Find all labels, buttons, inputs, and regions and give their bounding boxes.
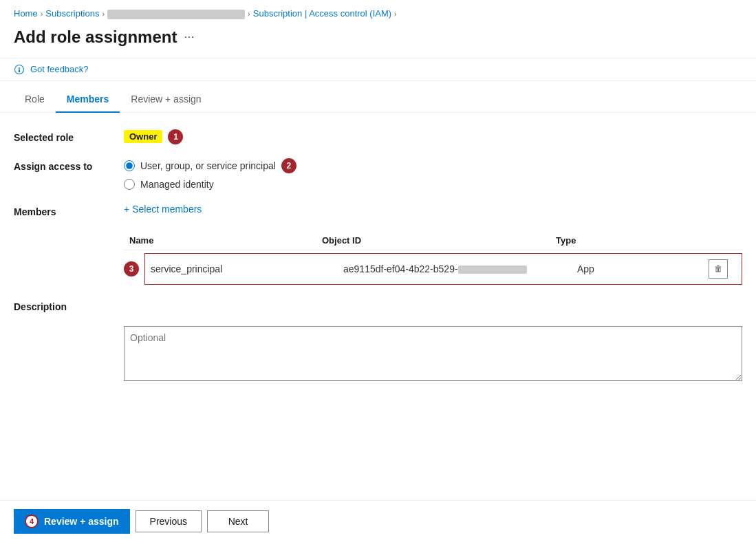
step-2-badge: 2 xyxy=(281,158,296,173)
breadcrumb-chevron-1: › xyxy=(41,10,43,18)
previous-button[interactable]: Previous xyxy=(136,510,202,532)
select-members-link[interactable]: + Select members xyxy=(124,204,202,215)
footer: 4 Review + assign Previous Next xyxy=(0,500,756,542)
tab-review[interactable]: Review + assign xyxy=(120,87,212,113)
radio-managed-identity[interactable]: Managed identity xyxy=(124,179,296,190)
table-row-container: 3 service_principal ae9115df-ef04-4b22-b… xyxy=(124,253,742,285)
step-4-badge: 4 xyxy=(25,514,39,528)
member-name: service_principal xyxy=(151,263,343,274)
members-row: Members + Select members xyxy=(14,204,742,217)
col-header-name: Name xyxy=(129,235,322,246)
tabs-container: Role Members Review + assign xyxy=(0,81,756,113)
assign-access-row: Assign access to User, group, or service… xyxy=(14,158,742,190)
feedback-icon xyxy=(14,64,25,75)
more-options-icon[interactable]: ··· xyxy=(184,30,194,44)
breadcrumb-chevron-3: › xyxy=(248,10,250,18)
table-header: Name Object ID Type xyxy=(124,231,742,250)
feedback-bar[interactable]: Got feedback? xyxy=(0,58,756,81)
radio-user-group-input[interactable] xyxy=(124,160,135,171)
assign-access-label: Assign access to xyxy=(14,158,124,172)
step-1-badge: 1 xyxy=(168,129,183,144)
radio-group: User, group, or service principal 2 Mana… xyxy=(124,158,296,190)
description-row: Description xyxy=(14,299,742,312)
trash-icon xyxy=(713,264,723,274)
review-assign-label: Review + assign xyxy=(44,516,119,527)
select-members-text: Select members xyxy=(132,204,202,215)
feedback-text: Got feedback? xyxy=(30,64,89,74)
members-table: Name Object ID Type 3 service_principal … xyxy=(124,231,742,285)
content-area: Selected role Owner 1 Assign access to U… xyxy=(0,113,756,400)
members-label: Members xyxy=(14,204,124,217)
selected-role-value: Owner 1 xyxy=(124,129,742,144)
page-title: Add role assignment xyxy=(14,28,177,47)
review-assign-button[interactable]: 4 Review + assign xyxy=(14,509,130,534)
delete-member-button[interactable] xyxy=(709,259,728,279)
radio-user-group-label: User, group, or service principal xyxy=(140,160,276,171)
tab-members[interactable]: Members xyxy=(56,87,120,113)
subscription-name-blurred xyxy=(107,10,245,19)
selected-role-row: Selected role Owner 1 xyxy=(14,129,742,144)
selected-role-label: Selected role xyxy=(14,129,124,143)
tab-role[interactable]: Role xyxy=(14,87,56,113)
breadcrumb-chevron-4: › xyxy=(394,10,397,18)
member-object-id: ae9115df-ef04-4b22-b529- xyxy=(343,263,577,274)
select-members-plus: + xyxy=(124,204,129,215)
description-label: Description xyxy=(14,299,124,312)
breadcrumb: Home › Subscriptions › › Subscription | … xyxy=(0,0,756,25)
assign-access-value: User, group, or service principal 2 Mana… xyxy=(124,158,742,190)
breadcrumb-access-control[interactable]: Subscription | Access control (IAM) xyxy=(253,8,391,19)
table-row: service_principal ae9115df-ef04-4b22-b52… xyxy=(144,253,742,285)
breadcrumb-chevron-2: › xyxy=(102,10,105,18)
owner-badge: Owner xyxy=(124,130,162,143)
breadcrumb-home[interactable]: Home xyxy=(14,8,38,19)
breadcrumb-subscription-name[interactable] xyxy=(107,8,245,19)
step-3-badge: 3 xyxy=(124,261,139,277)
radio-managed-identity-input[interactable] xyxy=(124,179,135,190)
radio-managed-identity-label: Managed identity xyxy=(140,179,214,190)
col-header-object-id: Object ID xyxy=(322,235,556,246)
page-header: Add role assignment ··· xyxy=(0,25,756,58)
breadcrumb-subscriptions[interactable]: Subscriptions xyxy=(45,8,99,19)
description-input[interactable] xyxy=(124,326,742,381)
member-type: App xyxy=(577,263,709,274)
object-id-blurred xyxy=(458,265,527,274)
radio-user-group[interactable]: User, group, or service principal 2 xyxy=(124,158,296,173)
col-header-type: Type xyxy=(556,235,737,246)
members-value: + Select members xyxy=(124,204,742,215)
next-button[interactable]: Next xyxy=(207,510,269,532)
